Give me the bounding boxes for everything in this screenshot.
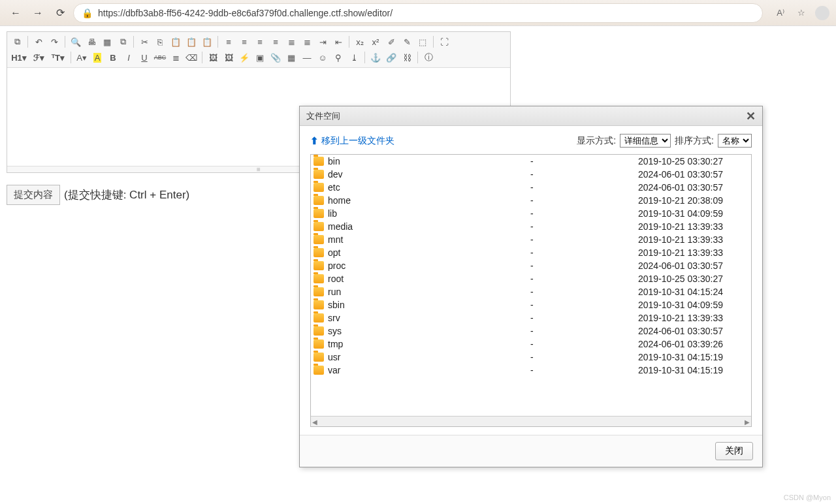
file-row[interactable]: root-2019-10-25 03:30:27 [311,272,751,285]
file-row[interactable]: tmp-2024-06-01 03:39:26 [311,338,751,351]
folder-icon [314,326,324,336]
close-icon[interactable]: ✕ [746,109,756,123]
heading-select[interactable]: H1▾ [10,50,28,65]
file-row[interactable]: etc-2024-06-01 03:30:57 [311,181,751,194]
template-icon[interactable]: ▦ [100,35,114,49]
image-icon[interactable]: 🖼 [206,50,220,65]
up-folder-link[interactable]: ⬆ 移到上一级文件夹 [310,135,394,147]
table-icon[interactable]: ▦ [284,50,298,65]
reader-mode-icon[interactable]: A⁾ [773,6,788,20]
font-family-select[interactable]: ℱ▾ [29,50,48,65]
code-icon[interactable]: ⧉ [116,35,130,49]
file-row[interactable]: proc-2024-06-01 03:30:57 [311,259,751,272]
media-icon[interactable]: ▣ [253,50,267,65]
lock-icon: 🔒 [82,8,93,18]
flash-icon[interactable]: ⚡ [237,50,251,65]
anchor-icon[interactable]: ⚓ [368,50,383,65]
paste-icon[interactable]: 📋 [169,35,183,49]
file-row[interactable]: sys-2024-06-01 03:30:57 [311,324,751,338]
file-row[interactable]: dev-2024-06-01 03:30:57 [311,168,751,181]
multi-image-icon[interactable]: 🖼 [221,50,236,65]
file-date: 2019-10-31 04:15:19 [605,352,723,362]
file-name: proc [328,260,530,271]
file-row[interactable]: run-2019-10-31 04:15:24 [311,285,751,298]
file-row[interactable]: sbin-2019-10-31 04:09:59 [311,298,751,311]
file-name: home [328,195,530,206]
redo-icon[interactable]: ↷ [47,35,61,49]
map-icon[interactable]: ⚲ [331,50,346,65]
align-left-icon[interactable]: ≡ [221,35,236,49]
file-row[interactable]: opt-2019-10-21 13:39:33 [311,246,751,259]
link-icon[interactable]: 🔗 [384,50,398,65]
forward-button[interactable]: → [29,4,47,22]
superscript-icon[interactable]: x² [368,35,383,49]
line-height-icon[interactable]: ≣ [169,50,183,65]
file-row[interactable]: srv-2019-10-21 13:39:33 [311,311,751,324]
file-row[interactable]: bin-2019-10-25 03:30:27 [311,155,751,168]
file-size: - [530,221,605,232]
dialog-titlebar[interactable]: 文件空间 ✕ [300,106,762,126]
bg-color-icon[interactable]: A [90,50,104,65]
undo-icon[interactable]: ↶ [31,35,46,49]
horizontal-scrollbar[interactable]: ◀▶ [311,416,751,427]
hr-icon[interactable]: — [300,50,314,65]
reload-button[interactable]: ⟳ [51,4,69,22]
ordered-list-icon[interactable]: ≣ [284,35,298,49]
separator [65,36,65,48]
about-icon[interactable]: ⓘ [421,50,436,65]
remove-format-icon[interactable]: ⌫ [184,50,199,65]
url-bar[interactable]: 🔒 https://dbfb3ab8-ff56-4242-9ddb-e8c6af… [73,3,763,23]
file-row[interactable]: media-2019-10-21 13:39:33 [311,220,751,233]
indent-icon[interactable]: ⇥ [315,35,330,49]
font-size-select[interactable]: ᵀT▾ [49,50,67,65]
preview-icon[interactable]: 🔍 [69,35,83,49]
unordered-list-icon[interactable]: ≣ [300,35,314,49]
file-row[interactable]: home-2019-10-21 20:38:09 [311,194,751,207]
file-date: 2019-10-21 20:38:09 [605,195,723,206]
font-color-icon[interactable]: A▾ [74,50,89,65]
italic-icon[interactable]: I [121,50,136,65]
clear-format-icon[interactable]: ✐ [384,35,398,49]
submit-button[interactable]: 提交内容 [7,185,60,205]
file-size: - [530,313,605,323]
back-button[interactable]: ← [7,4,25,22]
cut-icon[interactable]: ✂ [137,35,152,49]
emoticon-icon[interactable]: ☺ [315,50,330,65]
source-icon[interactable]: ⧉ [10,35,24,49]
file-name: run [328,287,530,297]
file-row[interactable]: mnt-2019-10-21 13:39:33 [311,233,751,246]
file-date: 2019-10-31 04:09:59 [605,300,723,310]
favorite-icon[interactable]: ☆ [794,6,809,20]
file-row[interactable]: lib-2019-10-31 04:09:59 [311,207,751,220]
paste-text-icon[interactable]: 📋 [184,35,199,49]
unlink-icon[interactable]: ⛓ [400,50,414,65]
select-all-icon[interactable]: ⬚ [415,35,430,49]
profile-icon[interactable] [815,6,829,20]
paste-word-icon[interactable]: 📋 [200,35,214,49]
separator [433,36,434,48]
subscript-icon[interactable]: x₂ [353,35,367,49]
align-justify-icon[interactable]: ≡ [268,35,283,49]
close-button[interactable]: 关闭 [715,442,753,460]
pagebreak-icon[interactable]: ⤓ [347,50,361,65]
align-center-icon[interactable]: ≡ [237,35,251,49]
underline-icon[interactable]: U [137,50,152,65]
file-size: - [530,247,605,258]
strike-icon[interactable]: ABC [153,50,167,65]
file-name: sbin [328,300,530,310]
file-list[interactable]: bin-2019-10-25 03:30:27dev-2024-06-01 03… [311,155,751,416]
file-icon[interactable]: 📎 [268,50,283,65]
quick-format-icon[interactable]: ✎ [400,35,414,49]
file-name: var [328,365,530,375]
fullscreen-icon[interactable]: ⛶ [437,35,451,49]
copy-icon[interactable]: ⎘ [153,35,167,49]
file-row[interactable]: usr-2019-10-31 04:15:19 [311,351,751,364]
bold-icon[interactable]: B [106,50,120,65]
print-icon[interactable]: 🖶 [84,35,99,49]
file-row[interactable]: var-2019-10-31 04:15:19 [311,364,751,377]
file-name: srv [328,313,530,323]
sort-mode-select[interactable]: 名称 [718,134,752,148]
view-mode-select[interactable]: 详细信息 [620,134,671,148]
align-right-icon[interactable]: ≡ [253,35,267,49]
outdent-icon[interactable]: ⇤ [331,35,346,49]
